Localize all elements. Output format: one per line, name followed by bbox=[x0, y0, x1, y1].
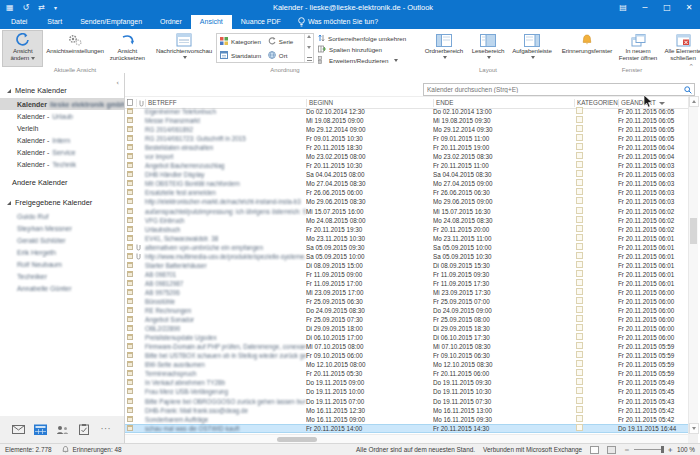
table-row[interactable]: Mit OBSTEIG Bonität nachfordernMo 27.04.… bbox=[125, 179, 688, 188]
change-view-button[interactable]: Ansicht ändern bbox=[2, 30, 43, 67]
mail-nav-icon[interactable] bbox=[10, 423, 26, 437]
sidebar-item-shared-calendar[interactable]: Guido Ruf bbox=[0, 210, 124, 222]
scroll-up-button[interactable] bbox=[689, 96, 699, 107]
table-row[interactable]: Messe FinanzmarktMi 19.08.2015 09:00Mi 1… bbox=[125, 116, 688, 125]
table-row[interactable]: Angebot SonadorFr 25.09.2015 07:30Fr 25.… bbox=[125, 315, 688, 324]
calendar-nav-icon[interactable] bbox=[32, 423, 48, 437]
scroll-down-button[interactable] bbox=[689, 423, 699, 434]
arrange-by-startdate[interactable]: Startdatum bbox=[217, 48, 265, 62]
column-header-betreff[interactable]: BETREFF bbox=[145, 99, 306, 107]
expand-collapse-button[interactable]: Erweitern/Reduzieren bbox=[318, 56, 418, 64]
sidebar-item-calendar[interactable]: Kalender -Service bbox=[0, 146, 124, 158]
todo-bar-button[interactable]: Aufgabenleiste bbox=[510, 30, 554, 66]
minimize-button[interactable]: ─ bbox=[634, 0, 656, 15]
table-row[interactable]: Bestelldaten einschaltenFr 20.11.2015 18… bbox=[125, 143, 688, 152]
other-calendars-header[interactable]: Andere Kalender bbox=[0, 170, 124, 190]
sidebar-item-calendar[interactable]: Verleih bbox=[0, 122, 124, 134]
vertical-scroll-thumb[interactable] bbox=[690, 218, 697, 244]
attachment-column-header[interactable] bbox=[136, 99, 145, 107]
table-row[interactable]: AB 9975206Mi 23.09.2015 17:00Mi 23.09.20… bbox=[125, 288, 688, 297]
folder-pane-button[interactable]: Ordnerbereich bbox=[422, 30, 466, 66]
sidebar-item-shared-calendar[interactable]: Stephan Messner bbox=[0, 222, 124, 234]
qat-customize-icon[interactable]: ▾ bbox=[54, 0, 57, 15]
table-row[interactable]: In Verkauf abnehmen TY28bDo 19.11.2015 0… bbox=[125, 378, 688, 387]
table-row[interactable]: vor ImportMo 23.02.2015 08:00Mo 23.02.20… bbox=[125, 152, 688, 161]
table-row[interactable]: AB 09812987Fr 11.09.2015 17:00Fr 11.09.2… bbox=[125, 279, 688, 288]
sidebar-item-shared-calendar[interactable]: Erik Hergeth bbox=[0, 246, 124, 258]
arrange-by-series[interactable]: Serie bbox=[265, 34, 304, 48]
tab-ordner[interactable]: Ordner bbox=[151, 15, 191, 29]
people-nav-icon[interactable] bbox=[54, 423, 70, 437]
zoom-slider[interactable] bbox=[634, 449, 664, 450]
zoom-out-icon[interactable]: − bbox=[624, 446, 629, 454]
table-row[interactable]: RE RechnungenDo 24.09.2015 08:30Do 24.09… bbox=[125, 306, 688, 315]
sidebar-item-calendar[interactable]: Kalender -Intern bbox=[0, 134, 124, 146]
table-row[interactable]: außenspachtel/putzimpressung: ich übrige… bbox=[125, 207, 688, 216]
table-row[interactable]: AB 098701Fr 11.09.2015 09:00Fr 11.09.201… bbox=[125, 270, 688, 279]
send-receive-icon[interactable]: ⇄ bbox=[38, 0, 45, 15]
horizontal-scrollbar[interactable] bbox=[125, 434, 688, 443]
column-header-beginn[interactable]: BEGINN bbox=[306, 99, 433, 107]
table-row[interactable]: Sonderbarem AufträgeMo 16.11.2015 09:00M… bbox=[125, 415, 688, 424]
reverse-sort-button[interactable]: Sortierreihenfolge umkehren bbox=[318, 34, 418, 42]
zoom-slider-thumb[interactable] bbox=[661, 446, 664, 453]
tab-senden-empfangen[interactable]: Senden/Empfangen bbox=[71, 15, 151, 29]
view-settings-button[interactable]: Ansichtseinstellungen bbox=[43, 30, 106, 66]
collapse-ribbon-icon[interactable]: ⌃ bbox=[688, 63, 694, 71]
sidebar-item-shared-calendar[interactable]: Annabelle Günter bbox=[0, 282, 124, 294]
tab-start[interactable]: Start bbox=[38, 15, 71, 29]
table-row[interactable]: VFG EinbruchMo 24.08.2015 08:00Mo 24.08.… bbox=[125, 216, 688, 225]
table-row[interactable]: http://www.multimedia-usv.de/produkte/sp… bbox=[125, 252, 688, 261]
table-row[interactable]: Angebot BauherrenzuschlagFr 20.11.2015 1… bbox=[125, 161, 688, 170]
arrange-by-categories[interactable]: Kategorien bbox=[217, 34, 265, 48]
table-row[interactable]: schau mal was die OSTWID kauftFr 20.11.2… bbox=[125, 424, 688, 433]
column-header-ende[interactable]: ENDE bbox=[433, 99, 574, 107]
message-preview-button[interactable]: Nachrichtenvorschau bbox=[152, 30, 216, 66]
sidebar-item-shared-calendar[interactable]: Rolf Neubaum bbox=[0, 258, 124, 270]
search-box[interactable] bbox=[423, 83, 695, 96]
table-row[interactable]: Bitte bei USTBOX schauen ob in Stellog w… bbox=[125, 351, 688, 360]
add-columns-button[interactable]: Spalten hinzufügen bbox=[318, 45, 418, 53]
table-row[interactable]: BürostühleFr 25.09.2015 06:30Fr 25.09.20… bbox=[125, 297, 688, 306]
zoom-in-icon[interactable]: + bbox=[668, 446, 673, 454]
table-row[interactable]: Ersatzteile fest anmeldenFr 26.06.2015 0… bbox=[125, 188, 688, 197]
sidebar-item-calendar[interactable]: Kalender -Technik bbox=[0, 158, 124, 170]
table-row[interactable]: RG 2014/061892Mo 29.12.2014 09:00Mo 29.1… bbox=[125, 125, 688, 134]
reading-pane-button[interactable]: Lesebereich bbox=[466, 30, 510, 66]
search-input[interactable] bbox=[424, 86, 682, 93]
sidebar-item-shared-calendar[interactable]: Techniker bbox=[0, 270, 124, 282]
close-all-items-button[interactable]: Alle Elemente schließen bbox=[660, 30, 700, 66]
normal-view-button[interactable] bbox=[590, 446, 599, 454]
table-row[interactable]: DHB Händler DisplaySa 04.04.2015 08:00Sa… bbox=[125, 170, 688, 179]
tab-nuance-pdf[interactable]: Nuance PDF bbox=[232, 15, 290, 29]
table-row[interactable]: BW-Seite ausräumenMo 12.10.2015 08:00Mo … bbox=[125, 360, 688, 369]
touch-mode-icon[interactable]: ▦ bbox=[6, 0, 14, 15]
open-in-new-window-button[interactable]: In neuem Fenster öffnen bbox=[616, 30, 660, 66]
table-row[interactable]: UrlaubsbuchFr 20.11.2015 19:30Fr 20.11.2… bbox=[125, 225, 688, 234]
sidebar-item-calendar[interactable]: Kalender -Urlaub bbox=[0, 110, 124, 122]
table-row[interactable]: Preislistenupdate UgodexDi 06.10.2015 17… bbox=[125, 333, 688, 342]
reset-view-button[interactable]: Ansicht zurücksetzen bbox=[107, 30, 148, 66]
ribbon-display-options-icon[interactable]: ▤ bbox=[612, 0, 634, 15]
table-row[interactable]: RG 2014/061723: Gutschrift in 2015Fr 09.… bbox=[125, 134, 688, 143]
shared-calendars-header[interactable]: Freigegebene Kalender bbox=[0, 194, 124, 210]
horizontal-scroll-thumb[interactable] bbox=[277, 437, 317, 442]
table-row[interactable]: DHB-Frank: Mail frank.sso@deag.deMo 16.1… bbox=[125, 406, 688, 415]
close-button[interactable]: ✕ bbox=[678, 0, 700, 15]
item-type-column-header[interactable] bbox=[125, 99, 136, 107]
arrange-by-location[interactable]: Ort bbox=[265, 48, 304, 62]
tab-ansicht[interactable]: Ansicht bbox=[191, 15, 232, 29]
sidebar-item-shared-calendar[interactable]: Gerald Schlüter bbox=[0, 234, 124, 246]
tasks-nav-icon[interactable] bbox=[76, 423, 92, 437]
vertical-scrollbar[interactable] bbox=[688, 96, 698, 434]
sidebar-item-calendar[interactable]: Kalenderlieske elektronik gmbh bbox=[0, 98, 124, 110]
reading-view-button[interactable] bbox=[607, 446, 616, 454]
table-row[interactable]: OBL2/22890Di 29.09.2015 18:00Di 29.09.20… bbox=[125, 324, 688, 333]
search-icon[interactable] bbox=[682, 86, 694, 94]
gallery-scroll[interactable] bbox=[304, 34, 313, 62]
table-row[interactable]: Starter BatteriehäuserDi 08.09.2015 15:0… bbox=[125, 261, 688, 270]
undo-icon[interactable]: ↺ bbox=[23, 0, 30, 15]
table-row[interactable]: Eigenheimer TelefonbuchDo 02.10.2014 12:… bbox=[125, 107, 688, 116]
table-row[interactable]: TerminnachspruchFr 20.11.2015 05:30Fr 20… bbox=[125, 369, 688, 378]
table-row[interactable]: Bitte Papiere bei OBROGGOSO zurück gehen… bbox=[125, 397, 688, 406]
